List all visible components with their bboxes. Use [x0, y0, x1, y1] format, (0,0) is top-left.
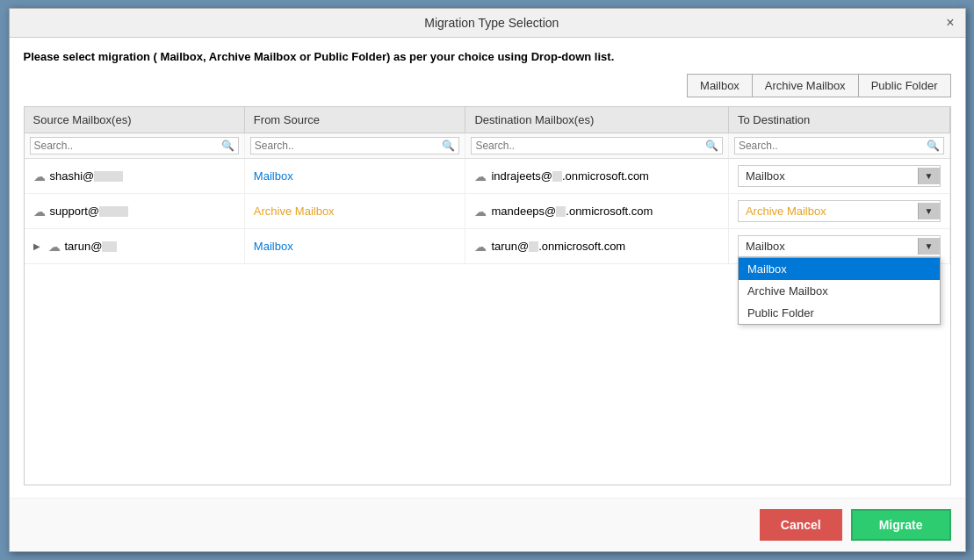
col-from-source: From Source — [244, 107, 465, 133]
cloud-icon: ☁ — [33, 169, 46, 183]
from-source-link-2[interactable]: Archive Mailbox — [254, 205, 335, 218]
from-source-search-wrap[interactable]: 🔍 — [250, 137, 460, 154]
mailbox-type-button[interactable]: Mailbox — [687, 74, 753, 97]
to-dest-arrow-1[interactable]: ▼ — [918, 168, 940, 184]
migration-table: Source Mailbox(es) From Source Destinati… — [25, 107, 950, 264]
dest-cloud-icon-3: ☁ — [474, 240, 487, 254]
source-cell-1: ☁ shashi@xxxxxx — [33, 169, 235, 183]
source-search-wrap[interactable]: 🔍 — [30, 137, 239, 154]
to-dest-arrow-3[interactable]: ▼ — [918, 238, 940, 255]
to-dest-value-2: Archive Mailbox — [739, 201, 918, 221]
source-cell-3: ▶ ☁ tarun@xxx — [33, 240, 235, 254]
search-row: 🔍 🔍 🔍 — [25, 133, 950, 159]
table-row: ☁ shashi@xxxxxx Mailbox ☁ indrajeets@xx.… — [25, 159, 950, 194]
cancel-button[interactable]: Cancel — [760, 509, 842, 541]
migrate-button[interactable]: Migrate — [851, 509, 951, 541]
source-email-1: shashi@xxxxxx — [50, 169, 124, 183]
to-dest-dropdown-2[interactable]: Archive Mailbox ▼ — [738, 200, 941, 222]
dropdown-options-3: Mailbox Archive Mailbox Public Folder — [738, 257, 941, 325]
dest-cell-3: ☁ tarun@xx.onmicrosoft.com — [474, 240, 719, 254]
expand-icon-3[interactable]: ▶ — [33, 241, 40, 251]
to-dest-value-1: Mailbox — [739, 166, 918, 186]
dest-cloud-icon-1: ☁ — [474, 169, 487, 183]
dialog-titlebar: Migration Type Selection × — [10, 9, 965, 38]
dropdown-option-mailbox[interactable]: Mailbox — [739, 258, 940, 280]
to-dest-search-wrap[interactable]: 🔍 — [734, 137, 944, 154]
to-dest-dropdown-1[interactable]: Mailbox ▼ — [738, 165, 941, 187]
dest-search-input[interactable] — [475, 140, 705, 152]
source-email-3: tarun@xxx — [65, 240, 117, 253]
from-source-search-icon: 🔍 — [442, 140, 455, 152]
table-container: Source Mailbox(es) From Source Destinati… — [24, 106, 951, 485]
from-source-link-1[interactable]: Mailbox — [254, 169, 293, 183]
dest-email-3: tarun@xx.onmicrosoft.com — [491, 240, 625, 253]
dialog-footer: Cancel Migrate — [10, 498, 965, 551]
source-search-input[interactable] — [34, 140, 221, 152]
to-dest-search-icon: 🔍 — [927, 140, 940, 152]
close-button[interactable]: × — [946, 16, 954, 30]
dest-cell-1: ☁ indrajeets@xx.onmicrosoft.com — [474, 169, 719, 183]
dropdown-option-publicfolder[interactable]: Public Folder — [739, 302, 940, 324]
dest-email-1: indrajeets@xx.onmicrosoft.com — [491, 169, 649, 183]
dest-email-2: mandeeps@xx.onmicrosoft.com — [491, 205, 653, 218]
source-search-icon: 🔍 — [221, 140, 234, 152]
dialog-title: Migration Type Selection — [38, 16, 947, 30]
col-source: Source Mailbox(es) — [25, 107, 245, 133]
to-dest-value-3: Mailbox — [739, 236, 918, 256]
public-folder-type-button[interactable]: Public Folder — [859, 74, 951, 97]
type-button-group: Mailbox Archive Mailbox Public Folder — [24, 74, 951, 97]
dropdown-option-archive[interactable]: Archive Mailbox — [739, 280, 940, 302]
col-dest: Destination Mailbox(es) — [465, 107, 729, 133]
from-source-search-input[interactable] — [255, 140, 443, 152]
from-source-link-3[interactable]: Mailbox — [254, 240, 293, 253]
cloud-icon-3: ☁ — [48, 240, 61, 254]
migration-dialog: Migration Type Selection × Please select… — [9, 8, 966, 552]
source-cell-2: ☁ support@xxxxxx — [33, 205, 235, 219]
cloud-icon-2: ☁ — [33, 205, 46, 219]
archive-mailbox-type-button[interactable]: Archive Mailbox — [753, 74, 859, 97]
dest-search-icon: 🔍 — [705, 140, 718, 152]
dest-cloud-icon-2: ☁ — [474, 205, 487, 219]
col-to-dest: To Destination — [728, 107, 949, 133]
to-dest-search-input[interactable] — [739, 140, 927, 152]
instructions-text: Please select migration ( Mailbox, Archi… — [24, 50, 951, 63]
dest-search-wrap[interactable]: 🔍 — [471, 137, 723, 154]
source-email-2: support@xxxxxx — [50, 205, 129, 218]
to-dest-dropdown-3[interactable]: Mailbox ▼ Mailbox Archive Mailbox Public… — [738, 235, 941, 257]
table-row: ▶ ☁ tarun@xxx Mailbox ☁ tarun@xx.onmicro — [25, 229, 950, 264]
to-dest-arrow-2[interactable]: ▼ — [918, 203, 940, 219]
dest-cell-2: ☁ mandeeps@xx.onmicrosoft.com — [474, 205, 719, 219]
dialog-body: Please select migration ( Mailbox, Archi… — [10, 38, 965, 498]
table-row: ☁ support@xxxxxx Archive Mailbox ☁ mande… — [25, 194, 950, 229]
